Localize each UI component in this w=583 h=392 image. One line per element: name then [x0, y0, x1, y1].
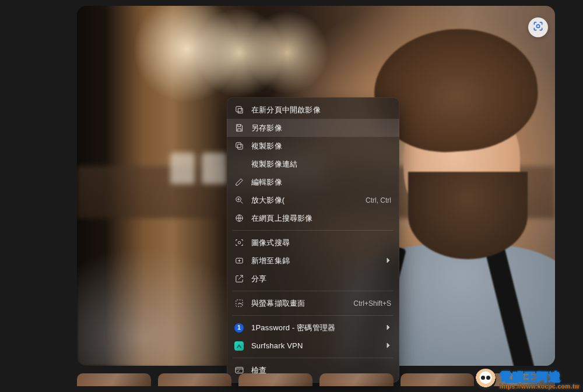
- menu-separator: [233, 291, 394, 291]
- menu-separator: [233, 358, 394, 358]
- snip-icon: [234, 298, 244, 309]
- blank-icon: [234, 159, 244, 169]
- copy-image-icon: [234, 141, 244, 151]
- menu-item-save-image[interactable]: 另存影像: [227, 119, 399, 137]
- share-icon: [234, 274, 244, 284]
- thumbnail[interactable]: [238, 373, 312, 386]
- menu-item-visual-search[interactable]: 圖像式搜尋: [227, 234, 399, 252]
- menu-item-label: 與螢幕擷取畫面: [251, 298, 342, 309]
- brand-1password-icon: 1: [234, 323, 244, 333]
- thumbnail[interactable]: [401, 373, 475, 386]
- menu-item-label: 在新分頁中開啟影像: [251, 105, 391, 115]
- open-in-new-icon: [234, 105, 244, 115]
- chevron-right-icon: [385, 341, 391, 350]
- search-web-icon: [234, 213, 244, 224]
- menu-item-label: Surfshark VPN: [251, 341, 378, 350]
- menu-item-ext-surfshark[interactable]: Surfshark VPN: [227, 337, 399, 355]
- menu-item-accelerator: Ctrl, Ctrl: [366, 196, 391, 204]
- svg-point-6: [238, 241, 240, 243]
- edit-icon: [234, 177, 244, 188]
- menu-separator: [233, 230, 394, 231]
- menu-item-label: 圖像式搜尋: [251, 238, 391, 248]
- chevron-right-icon: [385, 256, 391, 265]
- menu-item-zoom-image[interactable]: 放大影像(Ctrl, Ctrl: [227, 191, 399, 209]
- menu-item-ext-1password[interactable]: 11Password - 密碼管理器: [227, 319, 399, 337]
- visual-search-button[interactable]: [528, 17, 548, 37]
- thumbnail[interactable]: [77, 373, 151, 386]
- image-context-menu: 在新分頁中開啟影像另存影像複製影像複製影像連結編輯影像放大影像(Ctrl, Ct…: [227, 97, 399, 383]
- zoom-icon: [234, 195, 244, 206]
- menu-item-copy-image[interactable]: 複製影像: [227, 137, 399, 155]
- menu-item-accelerator: Ctrl+Shift+S: [353, 299, 391, 308]
- svg-rect-3: [237, 144, 243, 149]
- menu-item-share[interactable]: 分享: [227, 270, 399, 288]
- menu-item-screenshot[interactable]: 與螢幕擷取畫面Ctrl+Shift+S: [227, 294, 399, 312]
- menu-item-label: 新增至集錦: [251, 256, 378, 266]
- menu-item-add-collection[interactable]: 新增至集錦: [227, 252, 399, 270]
- thumbnail[interactable]: [158, 373, 232, 386]
- menu-item-edit-image[interactable]: 編輯影像: [227, 173, 399, 191]
- menu-item-label: 複製影像連結: [251, 159, 391, 169]
- svg-rect-1: [236, 107, 241, 112]
- menu-item-label: 在網頁上搜尋影像: [251, 213, 391, 224]
- menu-item-search-web[interactable]: 在網頁上搜尋影像: [227, 209, 399, 227]
- chevron-right-icon: [385, 323, 391, 332]
- brand-surfshark-icon: [234, 341, 244, 351]
- scan-icon: [234, 238, 244, 248]
- watermark-url: https://www.kocpc.com.tw: [500, 384, 580, 390]
- save-icon: [234, 123, 244, 133]
- menu-item-label: 編輯影像: [251, 177, 391, 188]
- visual-search-icon: [532, 20, 544, 34]
- menu-item-label: 複製影像: [251, 141, 391, 151]
- thumbnail[interactable]: [319, 373, 394, 386]
- site-watermark: 電腦王阿達 https://www.kocpc.com.tw: [475, 369, 580, 390]
- menu-item-label: 1Password - 密碼管理器: [251, 323, 378, 333]
- menu-item-label: 另存影像: [251, 123, 391, 133]
- svg-rect-2: [236, 143, 241, 148]
- menu-item-label: 放大影像(: [251, 195, 354, 206]
- watermark-logo-icon: [475, 369, 496, 390]
- watermark-title: 電腦王阿達: [500, 371, 561, 383]
- menu-separator: [233, 315, 394, 316]
- svg-point-0: [536, 24, 539, 27]
- menu-item-label: 分享: [251, 274, 391, 284]
- collections-icon: [234, 256, 244, 266]
- menu-item-copy-link[interactable]: 複製影像連結: [227, 155, 399, 173]
- menu-item-open-new-tab[interactable]: 在新分頁中開啟影像: [227, 101, 399, 119]
